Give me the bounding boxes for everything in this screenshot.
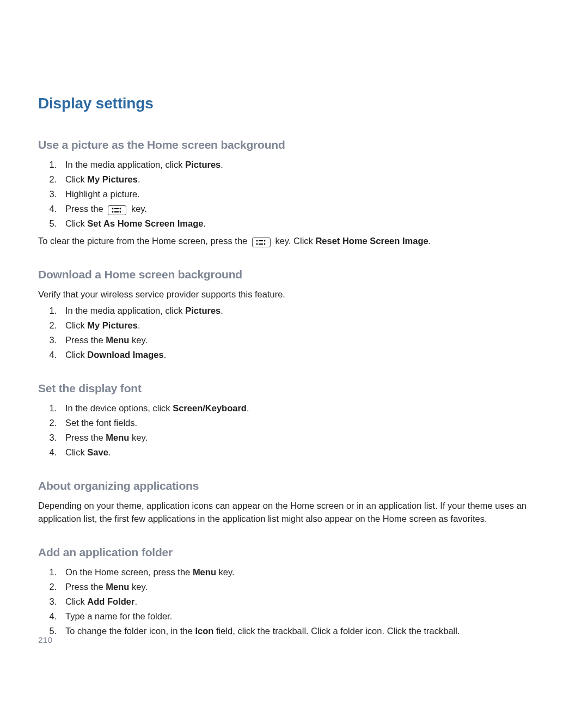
step-text: To change the folder icon, in the bbox=[65, 626, 195, 636]
step-text: Press the bbox=[65, 582, 106, 592]
step-text: Click bbox=[65, 218, 87, 228]
svg-point-11 bbox=[264, 243, 265, 245]
step-text: On the Home screen, press the bbox=[65, 567, 193, 577]
step-bold: Save bbox=[87, 447, 108, 457]
step-text: key. bbox=[128, 204, 147, 214]
list-item: Click Save. bbox=[64, 446, 550, 459]
svg-point-6 bbox=[256, 240, 258, 241]
step-text: Click bbox=[65, 447, 87, 457]
step-bold: Menu bbox=[193, 567, 216, 577]
step-text: In the device options, click bbox=[65, 403, 173, 413]
svg-rect-3 bbox=[114, 211, 119, 212]
step-text: Click bbox=[65, 320, 87, 330]
footer-text: To clear the picture from the Home scree… bbox=[38, 236, 250, 246]
step-text: Type a name for the folder. bbox=[65, 611, 172, 621]
section-heading-use-picture: Use a picture as the Home screen backgro… bbox=[38, 137, 550, 153]
list-item: Highlight a picture. bbox=[64, 188, 550, 201]
step-text: Press the bbox=[65, 204, 106, 214]
step-text: Click bbox=[65, 174, 87, 184]
list-item: Press the key. bbox=[64, 203, 550, 216]
steps-add-folder: On the Home screen, press the Menu key. … bbox=[38, 566, 550, 638]
step-text: field, click the trackball. Click a fold… bbox=[213, 626, 460, 636]
list-item: Press the Menu key. bbox=[64, 431, 550, 445]
section-intro: Verify that your wireless service provid… bbox=[38, 288, 550, 301]
list-item: To change the folder icon, in the Icon f… bbox=[64, 625, 550, 638]
step-bold: My Pictures bbox=[87, 174, 138, 184]
list-item: Press the Menu key. bbox=[64, 334, 550, 347]
svg-point-1 bbox=[112, 211, 114, 212]
list-item: Click My Pictures. bbox=[64, 319, 550, 332]
svg-rect-8 bbox=[259, 240, 263, 241]
list-item: On the Home screen, press the Menu key. bbox=[64, 566, 550, 579]
step-text: Click bbox=[65, 597, 87, 606]
step-bold: Screen/Keyboard bbox=[173, 403, 247, 413]
step-text: key. bbox=[129, 433, 148, 442]
step-bold: Menu bbox=[106, 582, 129, 592]
steps-download-bg: In the media application, click Pictures… bbox=[38, 305, 550, 362]
document-page: Display settings Use a picture as the Ho… bbox=[0, 0, 588, 706]
step-text: key. bbox=[129, 582, 148, 592]
page-number: 210 bbox=[38, 634, 53, 646]
svg-point-10 bbox=[264, 240, 265, 241]
step-bold: Pictures bbox=[185, 160, 220, 169]
section-body: Depending on your theme, application ico… bbox=[38, 500, 550, 526]
svg-rect-9 bbox=[259, 244, 263, 245]
svg-point-7 bbox=[256, 243, 258, 245]
page-title: Display settings bbox=[38, 93, 550, 115]
step-bold: Icon bbox=[195, 626, 214, 636]
menu-key-icon bbox=[252, 238, 271, 247]
list-item: Press the Menu key. bbox=[64, 581, 550, 594]
step-text: In the media application, click bbox=[65, 306, 185, 315]
list-item: Set the font fields. bbox=[64, 417, 550, 430]
list-item: Click Set As Home Screen Image. bbox=[64, 217, 550, 230]
step-text: key. bbox=[129, 335, 148, 345]
step-text: Click bbox=[65, 350, 87, 360]
step-bold: My Pictures bbox=[87, 320, 138, 330]
svg-point-0 bbox=[112, 208, 114, 209]
list-item: Click Add Folder. bbox=[64, 595, 550, 608]
list-item: Type a name for the folder. bbox=[64, 610, 550, 623]
step-text: key. bbox=[216, 567, 235, 577]
step-bold: Download Images bbox=[87, 350, 163, 360]
step-bold: Pictures bbox=[185, 306, 220, 315]
step-bold: Add Folder bbox=[87, 597, 134, 606]
steps-use-picture: In the media application, click Pictures… bbox=[38, 159, 550, 230]
menu-key-icon bbox=[108, 205, 126, 215]
step-text: Highlight a picture. bbox=[65, 189, 140, 199]
footer-bold: Reset Home Screen Image bbox=[315, 236, 428, 246]
list-item: In the device options, click Screen/Keyb… bbox=[64, 402, 550, 415]
footer-text: key. Click bbox=[273, 236, 316, 246]
step-text: In the media application, click bbox=[65, 160, 185, 169]
steps-display-font: In the device options, click Screen/Keyb… bbox=[38, 402, 550, 459]
svg-rect-2 bbox=[114, 208, 119, 209]
svg-point-4 bbox=[120, 208, 121, 209]
list-item: Click Download Images. bbox=[64, 349, 550, 362]
section-heading-organizing-apps: About organizing applications bbox=[38, 478, 550, 494]
section-heading-add-folder: Add an application folder bbox=[38, 544, 550, 561]
step-bold: Set As Home Screen Image bbox=[87, 218, 203, 228]
step-text: Set the font fields. bbox=[65, 418, 137, 428]
step-bold: Menu bbox=[106, 433, 129, 442]
section-heading-display-font: Set the display font bbox=[38, 380, 550, 397]
section-footer: To clear the picture from the Home scree… bbox=[38, 235, 550, 248]
list-item: Click My Pictures. bbox=[64, 173, 550, 186]
list-item: In the media application, click Pictures… bbox=[64, 159, 550, 172]
svg-point-5 bbox=[120, 211, 121, 212]
step-bold: Menu bbox=[106, 335, 129, 345]
step-text: Press the bbox=[65, 433, 106, 442]
step-text: Press the bbox=[65, 335, 106, 345]
section-heading-download-bg: Download a Home screen background bbox=[38, 266, 550, 283]
list-item: In the media application, click Pictures… bbox=[64, 305, 550, 318]
